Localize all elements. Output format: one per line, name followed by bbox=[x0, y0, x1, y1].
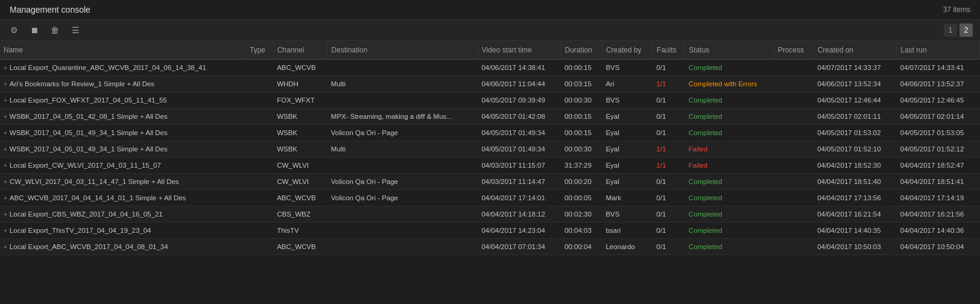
page-title: Management console bbox=[10, 5, 90, 14]
col-last-run[interactable]: Last run bbox=[897, 41, 980, 60]
delete-icon[interactable]: 🗑 bbox=[48, 24, 62, 37]
cell-channel: WSBK bbox=[273, 109, 327, 125]
cell-created-on: 04/04/2017 17:13:56 bbox=[814, 190, 897, 206]
expand-icon[interactable]: + bbox=[4, 227, 7, 234]
expand-icon[interactable]: + bbox=[4, 65, 7, 71]
cell-created-on: 04/05/2017 12:46:44 bbox=[814, 92, 897, 109]
cell-created-on: 04/04/2017 18:51:40 bbox=[814, 174, 897, 190]
table-row[interactable]: + Local Export_CW_WLVI_2017_04_03_11_15_… bbox=[0, 157, 980, 174]
cell-last-run: 04/04/2017 18:51:41 bbox=[897, 174, 980, 190]
expand-icon[interactable]: + bbox=[4, 195, 7, 201]
table-row[interactable]: + Local Export_Quarantine_ABC_WCVB_2017_… bbox=[0, 60, 980, 76]
table-row[interactable]: + CW_WLVI_2017_04_03_11_14_47_1 Simple +… bbox=[0, 174, 980, 190]
cell-channel: CW_WLVI bbox=[273, 157, 327, 174]
job-name: WSBK_2017_04_05_01_49_34_1 Simple + All … bbox=[10, 145, 168, 153]
job-name: WSBK_2017_04_05_01_42_08_1 Simple + All … bbox=[10, 113, 168, 120]
cell-created-by: Eyal bbox=[602, 141, 653, 157]
cell-created-by: Leonardo bbox=[602, 239, 653, 255]
list-icon[interactable]: ☰ bbox=[69, 24, 82, 37]
col-destination[interactable]: Destination bbox=[327, 41, 478, 60]
cell-created-on: 04/06/2017 13:52:34 bbox=[814, 76, 897, 92]
cell-last-run: 04/06/2017 13:52:37 bbox=[897, 76, 980, 92]
cell-destination bbox=[327, 239, 478, 255]
cell-last-run: 04/05/2017 01:52:12 bbox=[897, 141, 980, 157]
page-2-button[interactable]: 2 bbox=[959, 24, 973, 37]
cell-process bbox=[774, 190, 814, 206]
cell-name: + Local Export_CW_WLVI_2017_04_03_11_15_… bbox=[0, 157, 245, 174]
cell-created-on: 04/05/2017 02:01:11 bbox=[814, 109, 897, 125]
expand-icon[interactable]: + bbox=[4, 162, 7, 169]
cell-video-start-time: 04/05/2017 09:39:49 bbox=[478, 92, 561, 109]
job-name: Local Export_Quarantine_ABC_WCVB_2017_04… bbox=[10, 64, 206, 71]
table-row[interactable]: + Local Export_ThisTV_2017_04_04_19_23_0… bbox=[0, 223, 980, 239]
col-channel[interactable]: Channel bbox=[273, 41, 327, 60]
cell-created-on: 04/05/2017 01:53:02 bbox=[814, 125, 897, 141]
job-name: ABC_WCVB_2017_04_04_14_14_01_1 Simple + … bbox=[10, 194, 186, 201]
cell-process bbox=[774, 174, 814, 190]
job-name: CW_WLVI_2017_04_03_11_14_47_1 Simple + A… bbox=[10, 178, 179, 185]
cell-created-by: Eyal bbox=[602, 174, 653, 190]
cell-last-run: 04/05/2017 12:46:45 bbox=[897, 92, 980, 109]
col-created-by[interactable]: Created by bbox=[602, 41, 653, 60]
cell-video-start-time: 04/03/2017 11:14:47 bbox=[478, 174, 561, 190]
cell-channel: ThisTV bbox=[273, 223, 327, 239]
cell-video-start-time: 04/06/2017 14:38:41 bbox=[478, 60, 561, 76]
job-name: Ari's Bookmarks for Review_1 Simple + Al… bbox=[10, 80, 154, 87]
table-row[interactable]: + Local Export_ABC_WCVB_2017_04_04_08_01… bbox=[0, 239, 980, 255]
cell-process bbox=[774, 206, 814, 223]
table-row[interactable]: + ABC_WCVB_2017_04_04_14_14_01_1 Simple … bbox=[0, 190, 980, 206]
cell-duration: 00:00:04 bbox=[561, 239, 602, 255]
col-duration[interactable]: Duration bbox=[561, 41, 602, 60]
cell-process bbox=[774, 223, 814, 239]
col-type[interactable]: Type bbox=[245, 41, 273, 60]
cell-process bbox=[774, 239, 814, 255]
settings-icon[interactable]: ⚙ bbox=[7, 24, 21, 37]
cell-destination: Multi bbox=[327, 141, 478, 157]
expand-icon[interactable]: + bbox=[4, 244, 7, 250]
cell-created-by: BVS bbox=[602, 60, 653, 76]
cell-destination: Volicon Qa Ori - Page bbox=[327, 174, 478, 190]
col-faults[interactable]: Faults bbox=[653, 41, 685, 60]
cell-process bbox=[774, 60, 814, 76]
expand-icon[interactable]: + bbox=[4, 179, 7, 185]
cell-video-start-time: 04/04/2017 14:18:12 bbox=[478, 206, 561, 223]
cell-name: + Local Export_FOX_WFXT_2017_04_05_11_41… bbox=[0, 92, 245, 109]
cell-destination bbox=[327, 157, 478, 174]
cell-name: + Local Export_ABC_WCVB_2017_04_04_08_01… bbox=[0, 239, 245, 255]
cell-process bbox=[774, 92, 814, 109]
jobs-table: Name Type Channel Destination Video star… bbox=[0, 41, 980, 255]
cell-video-start-time: 04/04/2017 17:14:01 bbox=[478, 190, 561, 206]
table-row[interactable]: + Ari's Bookmarks for Review_1 Simple + … bbox=[0, 76, 980, 92]
table-row[interactable]: + WSBK_2017_04_05_01_49_34_1 Simple + Al… bbox=[0, 125, 980, 141]
cell-status: Completed bbox=[685, 60, 774, 76]
expand-icon[interactable]: + bbox=[4, 130, 7, 136]
cell-name: + WSBK_2017_04_05_01_49_34_1 Simple + Al… bbox=[0, 141, 245, 157]
col-process[interactable]: Process bbox=[774, 41, 814, 60]
col-video-start-time[interactable]: Video start time bbox=[478, 41, 561, 60]
expand-icon[interactable]: + bbox=[4, 97, 7, 104]
cell-faults: 1/1 bbox=[653, 141, 685, 157]
stop-icon[interactable]: ⏹ bbox=[28, 24, 41, 37]
expand-icon[interactable]: + bbox=[4, 146, 7, 153]
cell-type bbox=[245, 76, 273, 92]
cell-duration: 00:00:30 bbox=[561, 141, 602, 157]
expand-icon[interactable]: + bbox=[4, 81, 7, 87]
cell-type bbox=[245, 206, 273, 223]
expand-icon[interactable]: + bbox=[4, 211, 7, 218]
page-1-button[interactable]: 1 bbox=[944, 24, 957, 37]
cell-last-run: 04/04/2017 17:14:19 bbox=[897, 190, 980, 206]
table-row[interactable]: + Local Export_FOX_WFXT_2017_04_05_11_41… bbox=[0, 92, 980, 109]
table-row[interactable]: + Local Export_CBS_WBZ_2017_04_04_16_05_… bbox=[0, 206, 980, 223]
col-created-on[interactable]: Created on bbox=[814, 41, 897, 60]
cell-name: + Local Export_Quarantine_ABC_WCVB_2017_… bbox=[0, 60, 245, 76]
cell-type bbox=[245, 157, 273, 174]
cell-channel: CW_WLVI bbox=[273, 174, 327, 190]
table-row[interactable]: + WSBK_2017_04_05_01_49_34_1 Simple + Al… bbox=[0, 141, 980, 157]
col-name[interactable]: Name bbox=[0, 41, 245, 60]
table-row[interactable]: + WSBK_2017_04_05_01_42_08_1 Simple + Al… bbox=[0, 109, 980, 125]
expand-icon[interactable]: + bbox=[4, 113, 7, 120]
cell-duration: 00:00:30 bbox=[561, 92, 602, 109]
job-name: WSBK_2017_04_05_01_49_34_1 Simple + All … bbox=[10, 129, 168, 136]
col-status[interactable]: Status bbox=[685, 41, 774, 60]
cell-channel: WSBK bbox=[273, 141, 327, 157]
